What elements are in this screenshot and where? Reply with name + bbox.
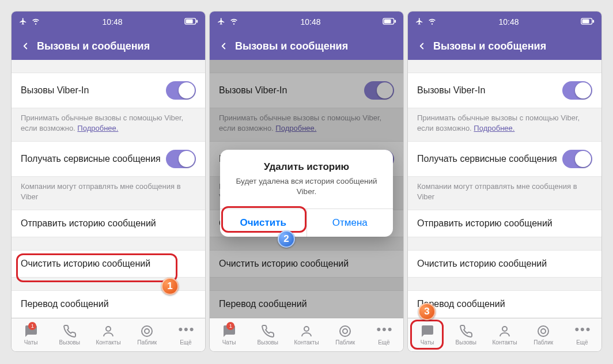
tab-label: Чаты xyxy=(421,339,434,346)
row-clear-history[interactable]: Очистить историю сообщений xyxy=(12,250,205,278)
page-title: Вызовы и сообщения xyxy=(35,40,200,52)
phone-screenshot-1: 10:48 Вызовы и сообщения Вызовы Viber-In… xyxy=(12,12,205,351)
battery-icon xyxy=(184,17,198,26)
svg-point-4 xyxy=(142,326,152,336)
row-translate[interactable]: Перевод сообщений xyxy=(408,290,601,317)
wifi-icon xyxy=(427,17,437,27)
status-bar: 10:48 xyxy=(210,12,403,32)
tab-contacts[interactable]: Контакты xyxy=(485,318,524,351)
tab-contacts[interactable]: Контакты xyxy=(89,318,127,351)
tab-label: Вызовы xyxy=(59,339,80,346)
annotation-badge-3: 3 xyxy=(418,303,436,320)
svg-point-3 xyxy=(106,327,111,331)
alert-clear-button[interactable]: Очистить xyxy=(220,209,306,237)
tab-label: Контакты xyxy=(96,339,120,346)
nav-bar: Вызовы и сообщения xyxy=(408,32,601,60)
tab-more[interactable]: •••Ещё xyxy=(563,318,601,351)
back-button[interactable] xyxy=(16,41,35,51)
tab-label: Ещё xyxy=(378,339,389,346)
tab-calls[interactable]: Вызовы xyxy=(248,318,287,351)
tab-label: Ещё xyxy=(180,339,191,346)
row-viber-in[interactable]: Вызовы Viber-In xyxy=(12,73,205,108)
row-send-history[interactable]: Отправить историю сообщений xyxy=(408,210,601,237)
row-label: Перевод сообщений xyxy=(21,299,196,309)
page-title: Вызовы и сообщения xyxy=(431,40,597,52)
row-clear-history[interactable]: Очистить историю сообщений xyxy=(408,250,601,278)
page-title: Вызовы и сообщения xyxy=(233,40,399,52)
phone-screenshot-3: 10:48 Вызовы и сообщения Вызовы Viber-In… xyxy=(408,12,601,351)
alert-cancel-button[interactable]: Отмена xyxy=(306,209,393,237)
viber-in-desc: Принимать обычные вызовы с помощью Viber… xyxy=(12,108,205,141)
svg-rect-1 xyxy=(186,20,193,24)
settings-list: Вызовы Viber-In Принимать обычные вызовы… xyxy=(408,60,601,318)
row-label: Вызовы Viber-In xyxy=(417,85,562,96)
row-service-msgs[interactable]: Получать сервисные сообщения xyxy=(408,141,601,177)
svg-rect-2 xyxy=(196,20,198,22)
nav-bar: Вызовы и сообщения xyxy=(12,32,205,60)
tab-contacts[interactable]: Контакты xyxy=(287,318,326,351)
row-label: Отправить историю сообщений xyxy=(21,218,196,229)
svg-point-17 xyxy=(541,329,546,333)
tab-label: Паблик xyxy=(533,339,553,346)
svg-point-9 xyxy=(304,327,309,331)
tab-public[interactable]: Паблик xyxy=(128,318,167,351)
row-viber-in[interactable]: Вызовы Viber-In xyxy=(408,73,601,108)
tab-more[interactable]: •••Ещё xyxy=(365,318,403,351)
airplane-icon xyxy=(415,17,424,27)
annotation-badge-2: 2 xyxy=(278,230,295,248)
tab-calls[interactable]: Вызовы xyxy=(50,318,89,351)
tab-label: Вызовы xyxy=(456,339,476,346)
settings-list: Вызовы Viber-In Принимать обычные вызовы… xyxy=(210,60,403,318)
row-translate[interactable]: Перевод сообщений xyxy=(12,290,205,317)
tab-label: Чаты xyxy=(222,339,236,346)
more-icon: ••• xyxy=(574,324,589,338)
tab-label: Паблик xyxy=(137,339,157,346)
toggle-service-msgs[interactable] xyxy=(562,150,592,168)
viber-in-desc: Принимать обычные вызовы с помощью Viber… xyxy=(408,108,601,141)
tab-label: Вызовы xyxy=(258,339,278,346)
svg-rect-8 xyxy=(395,20,396,22)
service-msgs-desc: Компании могут отправлять мне сообщения … xyxy=(408,177,601,210)
service-msgs-desc: Компании могут отправлять мне сообщения … xyxy=(12,177,205,210)
row-label: Получать сервисные сообщения xyxy=(417,154,562,164)
svg-point-15 xyxy=(502,327,507,331)
more-icon: ••• xyxy=(376,324,391,338)
more-link[interactable]: Подробнее. xyxy=(77,124,118,132)
toggle-viber-in[interactable] xyxy=(562,81,592,100)
row-label: Отправить историю сообщений xyxy=(417,218,592,229)
row-label: Перевод сообщений xyxy=(417,299,592,309)
tab-public[interactable]: Паблик xyxy=(524,318,563,351)
battery-icon xyxy=(581,17,595,26)
status-time: 10:48 xyxy=(498,17,519,26)
tab-chats[interactable]: 1Чаты xyxy=(210,318,248,351)
nav-bar: Вызовы и сообщения xyxy=(210,32,403,60)
svg-point-16 xyxy=(538,326,548,336)
tab-label: Чаты xyxy=(24,339,38,346)
tab-chats[interactable]: 1 Чаты xyxy=(12,318,50,351)
status-bar: 10:48 xyxy=(408,12,601,32)
settings-list: Вызовы Viber-In Принимать обычные вызовы… xyxy=(12,60,205,318)
toggle-viber-in[interactable] xyxy=(166,81,196,100)
svg-rect-7 xyxy=(384,20,391,24)
tab-calls[interactable]: Вызовы xyxy=(446,318,485,351)
more-icon: ••• xyxy=(178,324,193,338)
row-send-history[interactable]: Отправить историю сообщений xyxy=(12,210,205,237)
back-button[interactable] xyxy=(214,41,233,51)
airplane-icon xyxy=(18,17,28,27)
tab-label: Ещё xyxy=(576,339,588,346)
tab-chats[interactable]: Чаты xyxy=(408,318,446,351)
annotation-badge-1: 1 xyxy=(161,278,179,295)
toggle-service-msgs[interactable] xyxy=(166,150,196,168)
row-label: Очистить историю сообщений xyxy=(417,259,592,269)
tab-label: Паблик xyxy=(335,339,355,346)
svg-rect-14 xyxy=(593,20,595,22)
tab-public[interactable]: Паблик xyxy=(326,318,365,351)
wifi-icon xyxy=(31,17,40,27)
wifi-icon xyxy=(229,17,239,27)
tab-more[interactable]: ••• Ещё xyxy=(167,318,205,351)
more-link[interactable]: Подробнее. xyxy=(474,124,514,132)
tab-bar: Чаты Вызовы Контакты Паблик •••Ещё xyxy=(408,318,601,351)
row-service-msgs[interactable]: Получать сервисные сообщения xyxy=(12,141,205,177)
back-button[interactable] xyxy=(413,41,431,51)
row-label: Получать сервисные сообщения xyxy=(21,154,166,164)
